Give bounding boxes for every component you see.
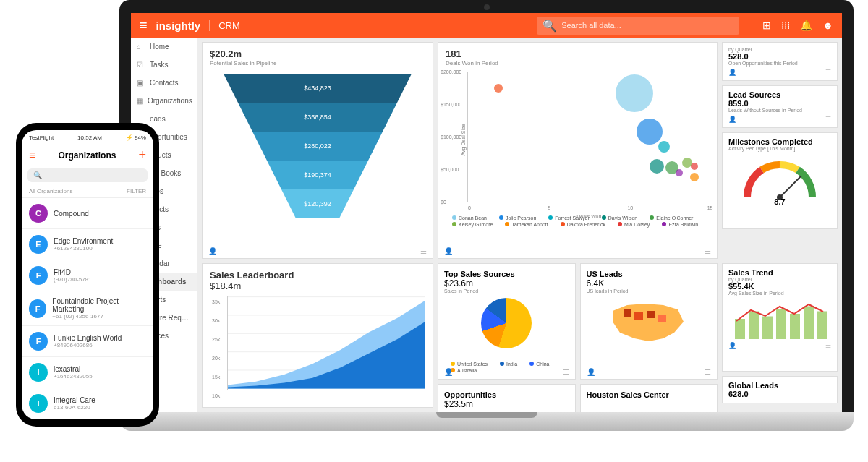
leader-value: $18.4m bbox=[210, 281, 425, 291]
org-item[interactable]: I iexastral+16463432055 bbox=[22, 357, 153, 388]
funnel-segment: $120,392 bbox=[281, 189, 354, 218]
person-icon[interactable]: 👤 bbox=[728, 116, 736, 123]
org-list: C CompoundE Edge Environment+61294380100… bbox=[22, 198, 153, 419]
sidebar-item[interactable]: ▣Contacts bbox=[131, 74, 197, 92]
leads-title: Lead Sources bbox=[728, 90, 831, 99]
bubble-point bbox=[676, 169, 683, 176]
leaderboard-card: Sales Leaderboard $18.4m bbox=[202, 263, 433, 408]
menu-icon[interactable]: ≡ bbox=[140, 18, 148, 33]
leads-sub: Leads Without Sources in Period bbox=[728, 108, 831, 113]
funnel-segment: $190,374 bbox=[267, 161, 368, 189]
person-icon[interactable]: 👤 bbox=[444, 247, 453, 255]
houston-card: Houston Sales Center bbox=[580, 384, 718, 412]
app-screen: ≡ insightly CRM 🔍 ⊞ ⁞⁞⁞ 🔔 ☻ ⌂Home☑Tasks▣… bbox=[131, 13, 842, 412]
svg-rect-13 bbox=[817, 312, 827, 340]
apps-icon[interactable]: ⁞⁞⁞ bbox=[781, 20, 790, 31]
phone-header: ≡ Organizations + bbox=[22, 145, 153, 166]
leader-title: Sales Leaderboard bbox=[210, 270, 425, 281]
person-icon[interactable]: 👤 bbox=[728, 342, 736, 349]
time-label: 10:52 AM bbox=[77, 134, 102, 141]
svg-rect-19 bbox=[735, 319, 745, 339]
funnel-card: $20.2m Potential Sales in Pipeline $434,… bbox=[202, 42, 433, 259]
funnel-segment: $280,022 bbox=[252, 132, 383, 161]
opps-value: $23.5m bbox=[444, 399, 569, 409]
list-icon[interactable]: ☰ bbox=[825, 69, 831, 76]
trend-sup: by Quarter bbox=[728, 277, 831, 282]
search-input[interactable] bbox=[561, 21, 733, 30]
sidebar-item[interactable]: ⌂Home bbox=[131, 38, 197, 56]
svg-rect-10 bbox=[634, 312, 643, 320]
quarter-value: 528.0 bbox=[728, 52, 831, 61]
usleads-title: US Leads bbox=[587, 270, 712, 278]
topsales-value: $23.6m bbox=[444, 278, 569, 288]
houston-title: Houston Sales Center bbox=[587, 390, 712, 399]
x-axis-label: Deals Won bbox=[576, 214, 601, 219]
list-icon[interactable]: ☰ bbox=[420, 247, 427, 255]
svg-text:8.7: 8.7 bbox=[774, 197, 785, 205]
person-icon[interactable]: 👤 bbox=[444, 368, 453, 376]
bubble-point bbox=[650, 159, 664, 174]
trend-chart bbox=[728, 296, 831, 339]
org-item[interactable]: I Integral Care613-60A-6220 bbox=[22, 388, 153, 419]
org-item[interactable]: C Compound bbox=[22, 198, 153, 229]
right-column-2: Sales Trend by Quarter $55.4K Avg Sales … bbox=[722, 263, 838, 412]
milestones-title: Milestones Completed bbox=[728, 137, 831, 146]
bubble-point bbox=[690, 173, 699, 181]
bubble-point bbox=[637, 119, 663, 145]
person-icon[interactable]: 👤 bbox=[208, 247, 217, 255]
bubble-value: 181 bbox=[446, 48, 710, 59]
add-icon[interactable]: + bbox=[138, 147, 146, 163]
svg-rect-18 bbox=[749, 312, 759, 340]
topsales-card: Top Sales Sources $23.6m Sales in Period… bbox=[438, 263, 576, 380]
svg-rect-15 bbox=[790, 314, 800, 339]
list-icon[interactable]: ☰ bbox=[705, 368, 711, 376]
phone-title: Organizations bbox=[58, 150, 116, 161]
sidebar-item[interactable]: ☑Tasks bbox=[131, 56, 197, 74]
person-icon[interactable]: 👤 bbox=[728, 69, 736, 76]
phone-frame: TestFlight 10:52 AM ⚡ 94% ≡ Organization… bbox=[16, 123, 159, 427]
usleads-sub: US leads in Period bbox=[587, 288, 712, 294]
opportunities-card: Opportunities $23.5m bbox=[438, 384, 576, 412]
funnel-chart: $434,823$356,854$280,022$190,374$120,392 bbox=[224, 74, 412, 218]
add-icon[interactable]: ⊞ bbox=[762, 20, 771, 31]
filter-bar: All Organizations FILTER bbox=[22, 185, 153, 198]
search-box[interactable]: 🔍 bbox=[537, 17, 739, 35]
list-icon[interactable]: ☰ bbox=[563, 368, 569, 376]
topsales-sub: Sales in Period bbox=[444, 288, 569, 294]
filter-label[interactable]: All Organizations bbox=[29, 188, 72, 194]
gauge-chart: 8.7 bbox=[736, 154, 823, 205]
org-item[interactable]: E Edge Environment+61294380100 bbox=[22, 229, 153, 260]
bell-icon[interactable]: 🔔 bbox=[800, 20, 812, 31]
global-card: Global Leads 628.0 bbox=[722, 376, 838, 403]
right-column: by Quarter 528.0 Open Opportunities this… bbox=[722, 42, 838, 259]
laptop-base bbox=[119, 412, 854, 431]
list-icon[interactable]: ☰ bbox=[825, 116, 831, 123]
brand-logo: insightly bbox=[156, 20, 201, 32]
filter-button[interactable]: FILTER bbox=[127, 188, 146, 194]
bubble-chart: Avg Deal Size Deals Won $200,000$150,000… bbox=[467, 72, 710, 202]
menu-icon[interactable]: ≡ bbox=[29, 149, 35, 162]
bubble-subtitle: Deals Won in Period bbox=[446, 60, 710, 67]
list-icon[interactable]: ☰ bbox=[825, 342, 831, 349]
bubble-point bbox=[494, 84, 503, 93]
bubble-point bbox=[616, 74, 653, 112]
org-item[interactable]: F Funkie English World+84906402686 bbox=[22, 326, 153, 357]
global-title: Global Leads bbox=[728, 381, 831, 390]
milestones-card: Milestones Completed Activity Per Type [… bbox=[722, 132, 838, 229]
list-icon[interactable]: ☰ bbox=[705, 247, 711, 255]
trend-title: Sales Trend bbox=[728, 268, 831, 277]
quarter-sub: Open Opportunities this Period bbox=[728, 61, 831, 66]
org-item[interactable]: F Fountaindale Project Marketing+61 (02)… bbox=[22, 291, 153, 326]
middle-grid: Top Sales Sources $23.6m Sales in Period… bbox=[438, 263, 718, 412]
sidebar-item[interactable]: ▦Organizations bbox=[131, 92, 197, 110]
account-icon[interactable]: ☻ bbox=[822, 20, 833, 31]
main-layout: ⌂Home☑Tasks▣Contacts▦Organizationseadspp… bbox=[131, 38, 842, 412]
person-icon[interactable]: 👤 bbox=[587, 368, 595, 376]
phone-search[interactable]: 🔍 bbox=[27, 168, 148, 182]
quarter-card: by Quarter 528.0 Open Opportunities this… bbox=[722, 42, 838, 81]
quarter-sup: by Quarter bbox=[728, 47, 831, 52]
global-value: 628.0 bbox=[728, 390, 831, 398]
pie-chart bbox=[481, 298, 532, 348]
svg-rect-11 bbox=[647, 311, 655, 318]
org-item[interactable]: F Fit4D(970)780-5781 bbox=[22, 260, 153, 291]
